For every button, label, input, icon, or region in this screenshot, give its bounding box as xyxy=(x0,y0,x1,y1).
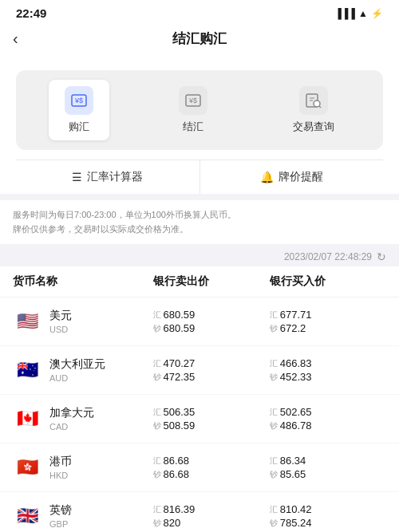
currency-code: CAD xyxy=(49,422,94,432)
calculator-tab-label: 汇率计算器 xyxy=(87,170,143,184)
buy-h-value: 86.34 xyxy=(280,455,306,467)
buy-s-prefix: 钞 xyxy=(270,420,278,432)
calculator-icon: ☰ xyxy=(72,171,82,183)
currency-row: 🇨🇦 加拿大元 CAD 汇 506.35 钞 508.59 汇 502.65 钞 xyxy=(0,395,399,443)
sell-s-row: 钞 86.68 xyxy=(153,468,270,480)
sell-price-col: 汇 470.27 钞 472.35 xyxy=(153,357,270,383)
buy-h-value: 677.71 xyxy=(280,309,312,321)
sell-h-prefix: 汇 xyxy=(153,455,161,467)
buy-h-prefix: 汇 xyxy=(270,504,278,515)
currency-name: 英镑 xyxy=(49,503,72,518)
sell-h-prefix: 汇 xyxy=(153,504,161,515)
sell-s-prefix: 钞 xyxy=(153,372,161,383)
sell-button[interactable]: ¥$ 结汇 xyxy=(163,80,223,140)
currency-name: 港币 xyxy=(49,455,72,469)
buy-h-prefix: 汇 xyxy=(270,407,278,418)
notice-content: 服务时间为每日7:00-23:00，单位为100外币换算人民币。牌价仅供参考，交… xyxy=(13,210,236,234)
sell-h-prefix: 汇 xyxy=(153,407,161,418)
svg-line-6 xyxy=(319,106,321,108)
query-icon xyxy=(299,86,328,115)
buy-h-row: 汇 466.83 xyxy=(270,357,386,369)
sell-h-value: 86.68 xyxy=(164,455,190,467)
wifi-icon: ▲ xyxy=(358,8,368,19)
buy-s-value: 452.33 xyxy=(280,371,312,383)
currency-rows: 🇺🇸 美元 USD 汇 680.59 钞 680.59 汇 677.71 钞 xyxy=(0,298,399,532)
svg-text:¥$: ¥$ xyxy=(74,97,83,104)
buy-price-col: 汇 677.71 钞 672.2 xyxy=(270,309,386,334)
sell-s-row: 钞 820 xyxy=(153,517,270,529)
currency-info: 🇭🇰 港币 HKD xyxy=(13,453,153,482)
sell-s-prefix: 钞 xyxy=(153,469,161,480)
flag-icon: 🇺🇸 xyxy=(13,307,41,336)
sell-price-col: 汇 86.68 钞 86.68 xyxy=(153,455,270,480)
sell-s-value: 86.68 xyxy=(164,468,190,480)
sell-h-value: 470.27 xyxy=(164,357,196,369)
buy-s-value: 486.78 xyxy=(280,420,312,432)
currency-row: 🇭🇰 港币 HKD 汇 86.68 钞 86.68 汇 86.34 钞 xyxy=(0,443,399,492)
currency-info: 🇨🇦 加拿大元 CAD xyxy=(13,404,153,433)
calculator-tab[interactable]: ☰ 汇率计算器 xyxy=(16,160,200,194)
buy-s-prefix: 钞 xyxy=(270,469,278,480)
currency-text: 港币 HKD xyxy=(49,455,72,480)
svg-point-5 xyxy=(314,100,320,107)
signal-icon: ▐▐▐ xyxy=(335,8,356,19)
buy-price-col: 汇 86.34 钞 85.65 xyxy=(270,455,386,480)
action-buttons-group: ¥$ 购汇 ¥$ 结汇 xyxy=(16,70,383,150)
currency-code: AUD xyxy=(49,373,105,383)
currency-text: 加拿大元 CAD xyxy=(49,406,94,432)
buy-h-prefix: 汇 xyxy=(270,455,278,467)
notice-text: 服务时间为每日7:00-23:00，单位为100外币换算人民币。牌价仅供参考，交… xyxy=(0,200,399,244)
col-name-header: 货币名称 xyxy=(13,274,153,289)
flag-icon: 🇦🇺 xyxy=(13,356,41,384)
timestamp-row: 2023/02/07 22:48:29 ↻ xyxy=(0,244,399,266)
buy-price-col: 汇 502.65 钞 486.78 xyxy=(270,406,386,432)
battery-icon: ⚡ xyxy=(371,8,383,19)
currency-row: 🇦🇺 澳大利亚元 AUD 汇 470.27 钞 472.35 汇 466.83 … xyxy=(0,346,399,395)
sell-s-value: 680.59 xyxy=(164,322,196,334)
currency-info: 🇺🇸 美元 USD xyxy=(13,307,153,336)
currency-info: 🇬🇧 英镑 GBP xyxy=(13,502,153,530)
sell-h-prefix: 汇 xyxy=(153,309,161,321)
refresh-icon[interactable]: ↻ xyxy=(377,250,386,263)
currency-row: 🇬🇧 英镑 GBP 汇 816.39 钞 820 汇 810.42 钞 xyxy=(0,492,399,532)
sell-price-col: 汇 816.39 钞 820 xyxy=(153,503,270,529)
page-header: ‹ 结汇购汇 xyxy=(0,23,399,57)
buy-s-row: 钞 85.65 xyxy=(270,468,386,480)
sell-s-prefix: 钞 xyxy=(153,518,161,529)
buy-price-col: 汇 810.42 钞 785.24 xyxy=(270,503,386,529)
buy-label: 购汇 xyxy=(69,120,89,134)
flag-icon: 🇨🇦 xyxy=(13,404,41,433)
sell-h-row: 汇 506.35 xyxy=(153,406,270,418)
buy-button[interactable]: ¥$ 购汇 xyxy=(49,80,109,140)
query-button[interactable]: 交易查询 xyxy=(277,80,350,140)
buy-s-row: 钞 672.2 xyxy=(270,322,386,334)
sell-h-value: 506.35 xyxy=(164,406,196,418)
back-button[interactable]: ‹ xyxy=(13,30,18,48)
currency-name: 美元 xyxy=(49,309,72,323)
currency-text: 美元 USD xyxy=(49,309,72,334)
buy-h-value: 502.65 xyxy=(280,406,312,418)
page-title: 结汇购汇 xyxy=(172,30,227,48)
sell-h-row: 汇 680.59 xyxy=(153,309,270,321)
sell-s-prefix: 钞 xyxy=(153,420,161,432)
currency-table: 货币名称 银行卖出价 银行买入价 🇺🇸 美元 USD 汇 680.59 钞 68… xyxy=(0,266,399,532)
currency-name: 加拿大元 xyxy=(49,406,94,420)
status-time: 22:49 xyxy=(16,6,46,20)
buy-s-value: 672.2 xyxy=(280,322,306,334)
buy-s-row: 钞 785.24 xyxy=(270,517,386,529)
currency-code: GBP xyxy=(49,519,72,529)
buy-s-value: 785.24 xyxy=(280,517,312,529)
buy-h-prefix: 汇 xyxy=(270,309,278,321)
flag-icon: 🇬🇧 xyxy=(13,502,41,530)
sell-icon: ¥$ xyxy=(179,86,207,115)
sell-h-value: 680.59 xyxy=(164,309,196,321)
col-buy-header: 银行买入价 xyxy=(270,274,386,289)
buy-h-value: 810.42 xyxy=(280,503,312,515)
currency-text: 澳大利亚元 AUD xyxy=(49,357,105,383)
alert-tab[interactable]: 🔔 牌价提醒 xyxy=(200,160,384,194)
table-header: 货币名称 银行卖出价 银行买入价 xyxy=(0,266,399,298)
sell-s-value: 820 xyxy=(164,517,181,529)
buy-h-row: 汇 86.34 xyxy=(270,455,386,467)
action-section: ¥$ 购汇 ¥$ 结汇 xyxy=(0,57,399,194)
currency-text: 英镑 GBP xyxy=(49,503,72,529)
